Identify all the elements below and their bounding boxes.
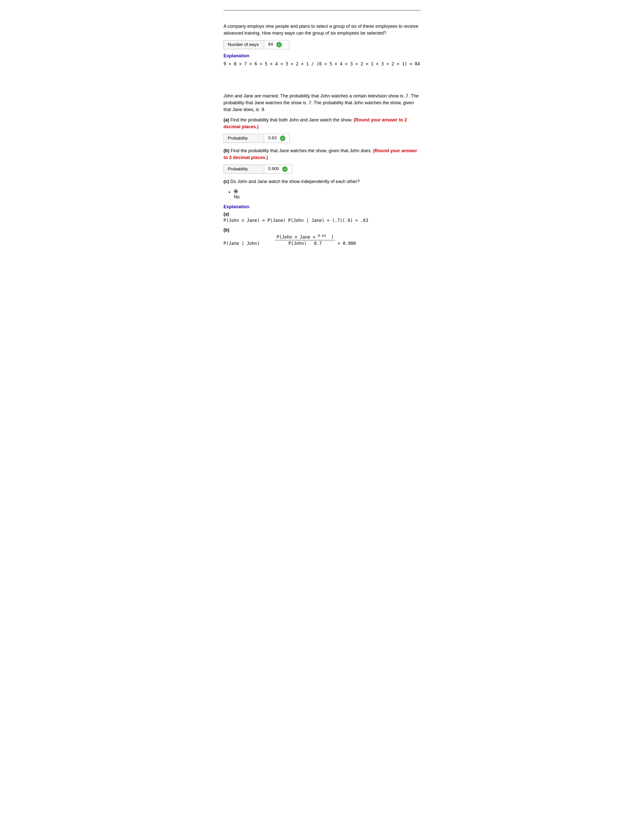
check-icon-1 [276, 42, 282, 47]
explanation-block-1: Explanation 9 × 8 × 7 × 6 × 5 × 4 × 3 × … [224, 53, 420, 68]
part-c-radio-item: • No [229, 188, 420, 199]
part-a-question-text: Find the probability that both John and … [230, 117, 352, 122]
exp-b-numerator: P(John ∩ Jane = 0.63 ) [275, 234, 335, 240]
question-2-block: John and Jane are married. The probabili… [224, 93, 420, 246]
check-icon-a [280, 135, 285, 141]
check-icon-b [282, 166, 288, 172]
exp-b-equals: = 0.900 [338, 241, 356, 246]
exp-a-text: P(John ∩ Jane) = P(Jane) P(John | Jane) … [224, 218, 420, 223]
part-b-label: (b) [224, 148, 229, 153]
radio-no-label: No [234, 195, 240, 199]
exp-b-denominator: P(John) 0.7 [287, 240, 323, 246]
explanation-block-2: Explanation (a) P(John ∩ Jane) = P(Jane)… [224, 204, 420, 246]
part-c-label: (c) [224, 179, 229, 184]
part-c-question-text: Do John and Jane watch the show independ… [230, 179, 360, 184]
question-1-block: A company employs nine people and plans … [224, 23, 420, 68]
question-2-intro: John and Jane are married. The probabili… [224, 93, 420, 113]
radio-no[interactable] [234, 189, 238, 193]
part-b-question-text: Find the probability that Jane watches t… [230, 148, 372, 153]
exp-part-b: (b) P(Jane | John) P(John ∩ Jane = 0.63 … [224, 227, 420, 246]
answer-table-b: Probability 0.900 [224, 165, 292, 174]
part-c-block: (c) Do John and Jane watch the show inde… [224, 178, 420, 199]
answer-label-1: Number of ways [224, 40, 264, 49]
part-b-question: (b) Find the probability that Jane watch… [224, 148, 420, 161]
exp-a-label: (a) [224, 212, 420, 217]
answer-value-a: 0.63 [264, 134, 290, 143]
exp-b-formula: P(Jane | John) P(John ∩ Jane = 0.63 ) P(… [224, 234, 420, 246]
part-a-block: (a) Find the probability that both John … [224, 117, 420, 143]
bullet-dot: • [229, 188, 230, 196]
explanation-formula-1: 9 × 8 × 7 × 6 × 5 × 4 × 3 × 2 × 1 / (6 ×… [224, 61, 420, 68]
explanation-title-2: Explanation [224, 204, 420, 209]
spacer-1 [224, 77, 420, 93]
explanation-title-1: Explanation [224, 53, 420, 59]
exp-part-a: (a) P(John ∩ Jane) = P(Jane) P(John | Ja… [224, 212, 420, 223]
part-c-question: (c) Do John and Jane watch the show inde… [224, 178, 420, 185]
part-a-label: (a) [224, 117, 229, 122]
answer-label-a: Probability [224, 134, 264, 143]
radio-and-label: No [234, 188, 240, 199]
answer-value-1: 84 [264, 40, 290, 49]
question-1-text: A company employs nine people and plans … [224, 23, 420, 37]
exp-b-p1: P(Jane | John) [224, 241, 259, 246]
exp-b-eq [262, 241, 272, 246]
answer-value-b: 0.900 [264, 165, 292, 174]
answer-table-a: Probability 0.63 [224, 134, 290, 143]
exp-b-fraction: P(John ∩ Jane = 0.63 ) P(John) 0.7 [275, 234, 335, 246]
answer-table-1: Number of ways 84 [224, 40, 290, 49]
top-divider [224, 10, 420, 10]
part-a-question: (a) Find the probability that both John … [224, 117, 420, 130]
exp-b-label: (b) [224, 227, 420, 233]
answer-label-b: Probability [224, 165, 264, 174]
part-b-block: (b) Find the probability that Jane watch… [224, 148, 420, 174]
